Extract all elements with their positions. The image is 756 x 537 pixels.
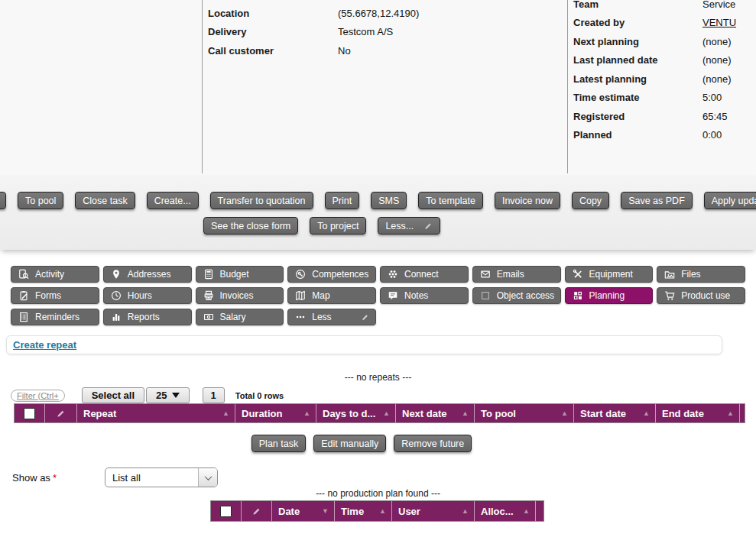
detail-fields-left: Location (55.6678,12.4190) Delivery Test… bbox=[208, 4, 419, 60]
tab-label: Planning bbox=[589, 290, 625, 301]
equipment-icon bbox=[573, 269, 583, 280]
tab-files[interactable]: Files bbox=[657, 266, 745, 283]
panel-divider-left bbox=[202, 0, 203, 173]
column-user[interactable]: User bbox=[392, 501, 475, 521]
tab-addresses[interactable]: Addresses bbox=[103, 266, 192, 283]
field-value[interactable]: VENTU bbox=[702, 17, 736, 28]
select-all-checkbox[interactable] bbox=[24, 408, 35, 419]
less-actions-button[interactable]: Less... bbox=[378, 217, 440, 235]
forms-icon bbox=[18, 290, 29, 301]
tab-connect[interactable]: Connect bbox=[380, 266, 469, 283]
to-project-button[interactable]: To project bbox=[310, 217, 366, 235]
column-alloc[interactable]: Alloc... bbox=[475, 501, 536, 521]
edit-column-cell bbox=[45, 404, 77, 422]
print-button[interactable]: Print bbox=[325, 192, 360, 209]
tab-planning[interactable]: Planning bbox=[565, 287, 654, 304]
select-all-button[interactable]: Select all bbox=[82, 387, 144, 403]
cutoff-button[interactable] bbox=[0, 192, 6, 209]
sort-arrow-icon[interactable] bbox=[322, 507, 329, 515]
transfer-to-quotation-button[interactable]: Transfer to quotation bbox=[210, 192, 313, 209]
tab-label: Reminders bbox=[35, 312, 79, 322]
tab-label: Budget bbox=[220, 269, 249, 280]
column-days-to-d[interactable]: Days to d... bbox=[316, 404, 396, 422]
column-label: End date bbox=[662, 408, 704, 419]
filter-button[interactable]: Filter (Ctrl+ bbox=[11, 390, 65, 402]
tab-label: Competences bbox=[312, 269, 368, 280]
column-label: Start date bbox=[580, 408, 626, 419]
column-date[interactable]: Date bbox=[272, 501, 335, 521]
sort-arrow-icon[interactable] bbox=[561, 409, 568, 417]
column-repeat[interactable]: Repeat bbox=[77, 404, 235, 422]
checkbox-cell bbox=[15, 404, 45, 422]
button-label: Less... bbox=[385, 221, 414, 231]
column-start-date[interactable]: Start date bbox=[574, 404, 656, 422]
tab-emails[interactable]: Emails bbox=[472, 266, 561, 283]
field-label: Delivery bbox=[208, 26, 338, 37]
button-label: Apply update filte bbox=[712, 196, 756, 206]
select-chevron-button[interactable] bbox=[198, 468, 217, 487]
tab-product-use[interactable]: Product use bbox=[657, 287, 745, 304]
emails-icon bbox=[480, 269, 491, 280]
edit-manually-button[interactable]: Edit manually bbox=[313, 435, 386, 452]
column-duration[interactable]: Duration bbox=[235, 404, 316, 422]
create-button[interactable]: Create... bbox=[147, 192, 199, 209]
column-time[interactable]: Time bbox=[335, 501, 392, 521]
sort-arrow-icon[interactable] bbox=[462, 507, 469, 515]
tab-activity[interactable]: Activity bbox=[11, 266, 99, 283]
select-all-checkbox[interactable] bbox=[220, 506, 232, 517]
salary-icon bbox=[203, 312, 214, 322]
tab-map[interactable]: Map bbox=[287, 287, 376, 304]
tab-forms[interactable]: Forms bbox=[11, 287, 99, 304]
repeats-table-header: Repeat Duration Days to d... Next date T… bbox=[14, 403, 745, 423]
to-pool-button[interactable]: To pool bbox=[18, 192, 63, 209]
copy-button[interactable]: Copy bbox=[572, 192, 609, 209]
button-label: To project bbox=[317, 221, 359, 231]
tab-object-access[interactable]: Object access bbox=[472, 287, 561, 304]
tab-equipment[interactable]: Equipment bbox=[565, 266, 654, 283]
tab-less[interactable]: Less bbox=[287, 309, 376, 325]
column-next-date[interactable]: Next date bbox=[396, 404, 475, 422]
create-repeat-link[interactable]: Create repeat bbox=[13, 339, 76, 351]
tab-budget[interactable]: Budget bbox=[196, 266, 284, 283]
field-value: Testcom A/S bbox=[338, 26, 393, 37]
column-end-date[interactable]: End date bbox=[656, 404, 740, 422]
sms-button[interactable]: SMS bbox=[371, 192, 407, 209]
tab-competences[interactable]: Competences bbox=[287, 266, 376, 283]
addresses-icon bbox=[111, 269, 122, 280]
save-as-pdf-button[interactable]: Save as PDF bbox=[621, 192, 693, 209]
column-label: Alloc... bbox=[481, 506, 514, 517]
plan-task-button[interactable]: Plan task bbox=[251, 435, 306, 452]
remove-future-button[interactable]: Remove future bbox=[394, 435, 472, 452]
tab-hours[interactable]: Hours bbox=[103, 287, 192, 304]
page-size-button[interactable]: 25 bbox=[146, 387, 189, 403]
map-icon bbox=[295, 290, 306, 301]
button-label: Remove future bbox=[401, 438, 464, 449]
sort-arrow-icon[interactable] bbox=[303, 409, 310, 417]
sort-arrow-icon[interactable] bbox=[462, 409, 469, 417]
sort-arrow-icon[interactable] bbox=[643, 409, 650, 417]
tab-notes[interactable]: Notes bbox=[380, 287, 469, 304]
tab-label: Forms bbox=[35, 290, 61, 301]
tab-reports[interactable]: Reports bbox=[103, 309, 192, 325]
button-label: Invoice now bbox=[502, 196, 553, 206]
sort-arrow-icon[interactable] bbox=[727, 409, 734, 417]
tab-reminders[interactable]: Reminders bbox=[11, 309, 99, 325]
tab-invoices[interactable]: Invoices bbox=[196, 287, 284, 304]
sort-arrow-icon[interactable] bbox=[222, 409, 229, 417]
tab-salary[interactable]: Salary bbox=[196, 309, 284, 325]
column-to-pool[interactable]: To pool bbox=[475, 404, 574, 422]
sort-arrow-icon[interactable] bbox=[523, 507, 530, 515]
invoice-now-button[interactable]: Invoice now bbox=[495, 192, 560, 209]
detail-fields-right: Team Service Created by VENTU Next plann… bbox=[573, 0, 736, 144]
to-template-button[interactable]: To template bbox=[418, 192, 483, 209]
close-task-button[interactable]: Close task bbox=[75, 192, 135, 209]
see-close-form-button[interactable]: See the close form bbox=[203, 217, 298, 235]
tab-label: Less bbox=[312, 312, 331, 322]
button-label: Plan task bbox=[259, 438, 298, 449]
sort-arrow-icon[interactable] bbox=[383, 409, 390, 417]
page-number-button[interactable]: 1 bbox=[203, 387, 225, 403]
show-as-select[interactable]: List all bbox=[105, 467, 218, 487]
sort-arrow-icon[interactable] bbox=[379, 507, 386, 515]
chevron-down-icon bbox=[204, 473, 212, 480]
apply-update-filter-button[interactable]: Apply update filte bbox=[704, 192, 756, 209]
